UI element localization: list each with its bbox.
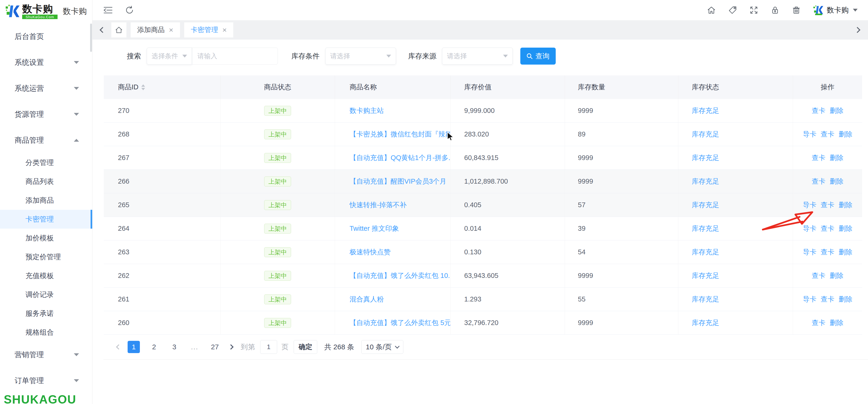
page-1[interactable]: 1 — [128, 341, 140, 353]
cell-stock-value: 60,843.915 — [451, 146, 565, 169]
sidebar-item-markup-template[interactable]: 加价模板 — [0, 229, 92, 247]
action-link[interactable]: 导卡 — [803, 295, 816, 304]
tabs-scroll-right-icon[interactable] — [854, 27, 860, 33]
goto-page-input[interactable] — [260, 340, 277, 354]
cell-product-id: 260 — [104, 311, 220, 334]
stock-status-link[interactable]: 库存充足 — [692, 106, 719, 115]
sidebar-item-card-management[interactable]: 卡密管理 — [0, 210, 92, 229]
column-header-product-id[interactable]: 商品ID — [104, 75, 220, 99]
stock-status-link[interactable]: 库存充足 — [692, 247, 719, 257]
query-button[interactable]: 查询 — [520, 47, 556, 65]
stock-status-link[interactable]: 库存充足 — [692, 271, 719, 280]
cell-actions: 查卡删除 — [793, 311, 862, 334]
user-menu[interactable]: 数卡购 — [813, 5, 858, 15]
trash-icon[interactable] — [792, 6, 801, 14]
stock-status-link[interactable]: 库存充足 — [692, 295, 719, 304]
search-input[interactable] — [192, 47, 278, 65]
next-page-icon[interactable] — [228, 344, 234, 350]
sidebar-item-product-management[interactable]: 商品管理 — [0, 127, 92, 153]
product-name-link[interactable]: 【自动充值】醒图VIP会员3个月 — [349, 177, 446, 186]
action-link[interactable]: 删除 — [839, 295, 852, 304]
action-link[interactable]: 查卡 — [812, 318, 826, 328]
stock-source-select[interactable]: 请选择 — [442, 47, 513, 65]
stock-status-link[interactable]: 库存充足 — [692, 318, 719, 328]
stock-status-link[interactable]: 库存充足 — [692, 130, 719, 139]
sidebar-item-system-operation[interactable]: 系统运营 — [0, 75, 92, 101]
action-link[interactable]: 查卡 — [821, 295, 835, 304]
action-link[interactable]: 查卡 — [812, 271, 826, 280]
sidebar-item-add-product[interactable]: 添加商品 — [0, 191, 92, 210]
stock-status-link[interactable]: 库存充足 — [692, 200, 719, 210]
action-link[interactable]: 删除 — [830, 271, 843, 280]
action-link[interactable]: 删除 — [839, 247, 852, 257]
page-ellipsis[interactable]: ... — [188, 341, 201, 353]
sidebar-item-spec-combo[interactable]: 规格组合 — [0, 323, 92, 342]
sidebar-item-recharge-template[interactable]: 充值模板 — [0, 266, 92, 285]
close-icon[interactable]: × — [169, 26, 173, 34]
product-name-link[interactable]: 混合真人粉 — [349, 295, 384, 304]
refresh-icon[interactable] — [125, 6, 134, 14]
action-link[interactable]: 删除 — [839, 224, 852, 233]
action-link[interactable]: 导卡 — [803, 200, 816, 210]
fullscreen-icon[interactable] — [749, 6, 758, 14]
collapse-sidebar-icon[interactable] — [103, 6, 113, 14]
stock-status-link[interactable]: 库存充足 — [692, 177, 719, 186]
action-link[interactable]: 查卡 — [821, 224, 835, 233]
close-icon[interactable]: × — [222, 26, 227, 34]
tab-card-management[interactable]: 卡密管理× — [184, 23, 234, 37]
stock-condition-select[interactable]: 请选择 — [325, 47, 396, 65]
action-link[interactable]: 查卡 — [821, 130, 835, 139]
product-name-link[interactable]: 【自动充值】饿了么外卖红包 10... — [349, 271, 451, 280]
tag-icon[interactable] — [728, 6, 737, 14]
page-size-select[interactable]: 10 条/页 — [361, 340, 403, 354]
product-name-link[interactable]: 【自动充值】QQ黄钻1个月-拼多... — [349, 153, 451, 163]
product-name-link[interactable]: Twitter 推文印象 — [349, 224, 399, 233]
action-link[interactable]: 查卡 — [812, 153, 826, 163]
sort-icon[interactable] — [141, 85, 145, 90]
sidebar-item-service-promise[interactable]: 服务承诺 — [0, 304, 92, 323]
action-link[interactable]: 查卡 — [812, 177, 826, 186]
sidebar-scrollbar-thumb[interactable] — [90, 24, 92, 52]
product-name-link[interactable]: 数卡购主站 — [349, 106, 384, 115]
action-link[interactable]: 导卡 — [803, 247, 816, 257]
stock-status-link[interactable]: 库存充足 — [692, 153, 719, 163]
product-name-link[interactable]: 【自动充值】饿了么外卖红包 5元 — [349, 318, 451, 328]
pagination-pages: 123...27 — [128, 341, 221, 353]
tabs-scroll-left-icon[interactable] — [99, 27, 105, 33]
action-link[interactable]: 查卡 — [812, 106, 826, 115]
sidebar-item-price-adjust-log[interactable]: 调价记录 — [0, 285, 92, 304]
action-link[interactable]: 查卡 — [821, 247, 835, 257]
product-name-link[interactable]: 极速特快点赞 — [349, 247, 391, 257]
action-link[interactable]: 导卡 — [803, 130, 816, 139]
action-link[interactable]: 删除 — [830, 177, 843, 186]
action-link[interactable]: 导卡 — [803, 224, 816, 233]
page-27[interactable]: 27 — [209, 341, 221, 353]
sidebar-item-preset-price-management[interactable]: 预定价管理 — [0, 247, 92, 266]
action-link[interactable]: 查卡 — [821, 200, 835, 210]
search-condition-select[interactable]: 选择条件 — [147, 47, 192, 65]
sidebar-item-marketing-management[interactable]: 营销管理 — [0, 342, 92, 368]
sidebar-item-supply-management[interactable]: 货源管理 — [0, 101, 92, 127]
brand-logo[interactable]: 数卡购 ShuKaGou.Com 数卡购 — [0, 0, 92, 23]
action-link[interactable]: 删除 — [830, 153, 843, 163]
prev-page-icon[interactable] — [116, 344, 121, 350]
sidebar-item-product-list[interactable]: 商品列表 — [0, 172, 92, 191]
page-3[interactable]: 3 — [168, 341, 181, 353]
product-name-link[interactable]: 快速转推-掉落不补 — [349, 200, 407, 210]
home-icon[interactable] — [707, 6, 716, 14]
page-2[interactable]: 2 — [148, 341, 160, 353]
lock-icon[interactable] — [771, 6, 780, 14]
sidebar-item-category-management[interactable]: 分类管理 — [0, 153, 92, 172]
action-link[interactable]: 删除 — [830, 318, 843, 328]
action-link[interactable]: 删除 — [839, 130, 852, 139]
confirm-button[interactable]: 确定 — [294, 340, 317, 354]
sidebar-item-system-settings[interactable]: 系统设置 — [0, 49, 92, 75]
action-link[interactable]: 删除 — [839, 200, 852, 210]
tab-home[interactable] — [111, 23, 126, 37]
product-name-link[interactable]: 【卡密兑换】微信红包封面『辣舞... — [349, 130, 451, 139]
action-link[interactable]: 删除 — [830, 106, 843, 115]
tab-add-product[interactable]: 添加商品× — [131, 23, 180, 37]
stock-status-link[interactable]: 库存充足 — [692, 224, 719, 233]
sidebar-item-order-management[interactable]: 订单管理 — [0, 368, 92, 394]
sidebar-item-dashboard[interactable]: 后台首页 — [0, 24, 92, 49]
